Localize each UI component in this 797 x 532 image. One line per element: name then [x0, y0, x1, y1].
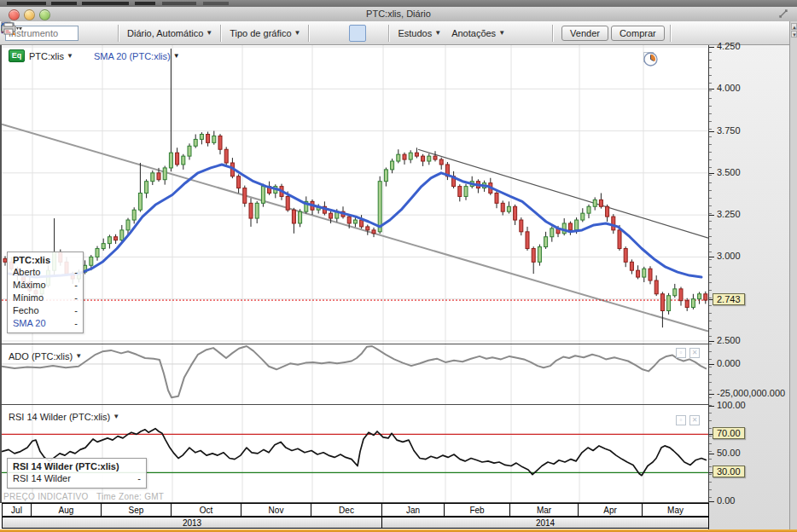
open-chart-icon[interactable]: [96, 25, 113, 42]
axis-tick-label: 4.250: [717, 41, 741, 51]
pan-tool-icon[interactable]: [349, 25, 366, 42]
candle: [261, 187, 265, 204]
candle: [612, 217, 615, 230]
candle: [218, 136, 222, 149]
toolbar: Diário, Automático▼ Tipo de gráfico▼ Est…: [0, 21, 789, 45]
resize-icon[interactable]: [778, 9, 788, 19]
eraser-icon[interactable]: [508, 25, 525, 42]
zoom-in-icon[interactable]: [315, 25, 332, 42]
month-label: Dec: [311, 503, 382, 517]
ado-chart-canvas[interactable]: [2, 344, 708, 404]
candle: [691, 299, 695, 308]
candle: [378, 182, 381, 232]
period-dropdown[interactable]: Diário, Automático▼: [125, 26, 215, 40]
chart-window: PTC:xlis, Diário Diário, Automático▼ Tip…: [0, 0, 797, 532]
rsi-legend-dropdown[interactable]: RSI 14 Wilder (PTC:xlis)▼: [9, 412, 119, 422]
month-label: Aug: [31, 503, 102, 517]
candle: [526, 232, 529, 249]
tooltip-row: Aberto-: [13, 266, 78, 279]
symbol-dropdown[interactable]: PTC:xlis▼: [29, 51, 73, 61]
price-panel[interactable]: Eq PTC:xlis▼ SMA 20 (PTC:xlis)▼ ▫ PTC:xl…: [2, 45, 708, 344]
close-panel-icon[interactable]: ✕: [689, 415, 700, 425]
candle: [108, 237, 111, 244]
anotacoes-dropdown[interactable]: Anotações▼: [449, 26, 508, 40]
candle: [224, 149, 228, 163]
tooltip-row: Fecho-: [13, 304, 78, 317]
chart-settings-icon[interactable]: [677, 25, 694, 42]
axis-tick-label: 70.00: [713, 427, 745, 439]
candle: [415, 153, 418, 156]
print-icon[interactable]: [694, 25, 719, 42]
zoom-out-icon[interactable]: [332, 25, 349, 42]
axis-tick-label: 2.500: [717, 335, 741, 345]
chart-type-dropdown[interactable]: Tipo de gráfico▼: [227, 26, 303, 40]
comprar-button[interactable]: Comprar: [611, 26, 665, 41]
candle: [360, 220, 364, 227]
axis-tick-label: 4.000: [717, 83, 741, 93]
vender-button[interactable]: Vender: [561, 26, 608, 41]
candle: [292, 210, 295, 223]
ado-panel[interactable]: ADO (PTC:xlis)▼ ▫ ✕: [2, 344, 708, 404]
candle: [212, 136, 216, 142]
undo-icon[interactable]: [366, 25, 383, 42]
candle: [606, 206, 609, 217]
candle: [538, 247, 541, 263]
candle: [163, 168, 166, 180]
estudos-dropdown[interactable]: Estudos▼: [395, 26, 444, 40]
rsi-panel[interactable]: RSI 14 Wilder (PTC:xlis)▼ ▫ ✕ RSI 14 Wil…: [2, 405, 708, 503]
candle: [90, 257, 93, 265]
month-label: May: [642, 503, 709, 517]
candle: [618, 230, 621, 249]
candle: [176, 153, 179, 165]
candle: [96, 249, 99, 257]
candle: [673, 289, 677, 296]
axis-tick-label: 30.00: [713, 466, 745, 477]
candle: [138, 193, 142, 210]
ado-legend-dropdown[interactable]: ADO (PTC:xlis)▼: [9, 351, 82, 361]
scroll-up-icon[interactable]: ▲: [791, 23, 797, 30]
axis-tick-label: 3.250: [717, 209, 741, 219]
axis-tick-label: 0.00: [717, 495, 735, 506]
candle: [102, 244, 105, 249]
candle: [507, 206, 510, 211]
candle: [575, 220, 579, 230]
background-window-strip: [0, 0, 797, 7]
sma-legend-dropdown[interactable]: SMA 20 (PTC:xlis)▼: [94, 51, 180, 61]
candle: [704, 294, 707, 300]
restore-panel-icon[interactable]: ▫: [676, 415, 686, 425]
candle: [188, 146, 191, 156]
session-clock-icon[interactable]: [643, 52, 658, 66]
month-label: Apr: [578, 503, 643, 517]
instrument-list-icon[interactable]: [79, 25, 96, 42]
close-panel-icon[interactable]: ✕: [689, 348, 700, 358]
price-chart-canvas[interactable]: [2, 45, 708, 344]
tooltip-row: RSI 14 Wilder-: [13, 472, 141, 485]
axis-tick-label: 50.00: [717, 448, 741, 458]
axis-tick-label: 0.000: [717, 358, 741, 368]
tooltip-row: Mínimo-: [13, 292, 78, 304]
crosshair-info-icon[interactable]: [525, 25, 547, 42]
candle: [637, 270, 640, 277]
time-axis: JulAugSepOctNovDecJanFebMarAprMay2013201…: [0, 503, 708, 529]
restore-panel-icon[interactable]: ▫: [676, 348, 686, 358]
candle: [194, 139, 197, 146]
month-label: Mar: [509, 503, 579, 517]
candle: [372, 230, 375, 234]
candle: [120, 230, 124, 240]
candle: [157, 173, 160, 180]
toolbar-overflow-scrollbar[interactable]: ▲ ▼: [789, 21, 797, 529]
month-label: Nov: [241, 503, 311, 517]
candle: [520, 220, 523, 232]
candle: [132, 210, 136, 220]
title-bar[interactable]: PTC:xlis, Diário: [0, 7, 797, 22]
candle: [409, 153, 412, 159]
candle: [654, 280, 658, 294]
candle: [428, 156, 431, 161]
price-axis[interactable]: 4.2504.0003.7503.5003.2503.0002.5000.000…: [708, 45, 789, 529]
candle: [126, 220, 130, 230]
candle: [249, 203, 253, 218]
scroll-down-icon[interactable]: ▼: [791, 31, 797, 38]
candle: [397, 154, 400, 161]
month-label: Feb: [444, 503, 510, 517]
axis-tick-label: -25,000,000.000: [717, 388, 785, 398]
